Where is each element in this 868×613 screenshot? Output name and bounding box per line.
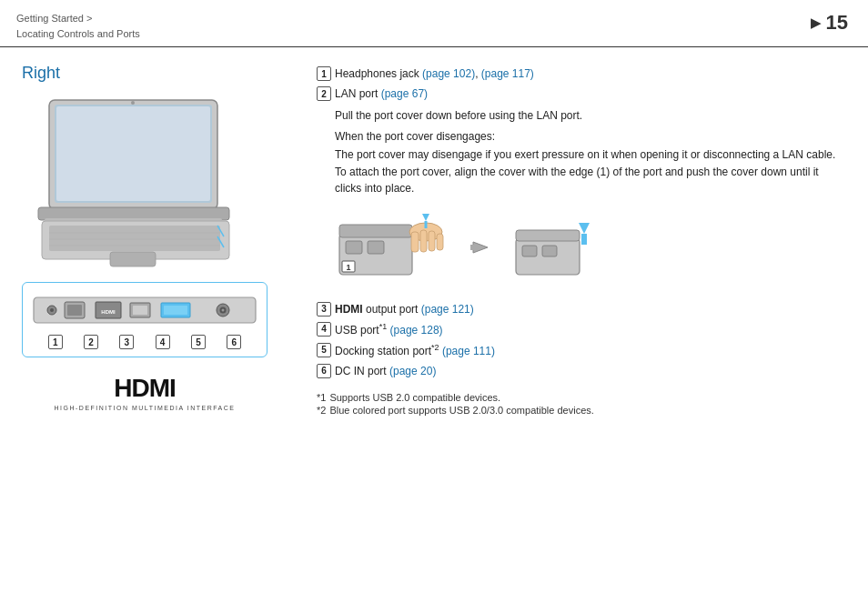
svg-rect-2 <box>56 106 210 201</box>
svg-rect-35 <box>411 232 419 252</box>
item-5-link-1[interactable]: (page 111) <box>442 345 495 357</box>
svg-rect-37 <box>429 231 435 251</box>
item-num-4: 4 <box>317 322 331 337</box>
laptop-svg <box>22 95 267 273</box>
item-3-text: HDMI output port (page 121) <box>335 301 846 317</box>
lan-desc-block: When the port cover disengages: The port… <box>335 128 846 197</box>
item-2-text: LAN port (page 67) <box>335 85 846 102</box>
svg-rect-29 <box>346 241 362 254</box>
svg-rect-24 <box>164 306 187 315</box>
port-label-5: 5 <box>185 334 212 349</box>
svg-marker-39 <box>422 214 429 221</box>
svg-rect-18 <box>67 305 82 316</box>
item-1-link-2[interactable]: (page 117) <box>481 67 534 80</box>
laptop-illustration <box>22 95 267 273</box>
footnote-2-num: *2 <box>317 405 326 416</box>
svg-rect-45 <box>542 246 557 256</box>
arrow-right-icon <box>469 235 495 260</box>
port-labels: 1 2 3 4 5 6 <box>32 334 257 349</box>
svg-rect-42 <box>470 245 477 250</box>
footnote-2-text: Blue colored port supports USB 2.0/3.0 c… <box>329 405 593 416</box>
item-num-6: 6 <box>317 364 331 378</box>
list-item-2: 2 LAN port (page 67) <box>317 85 846 102</box>
svg-text:HDMI: HDMI <box>101 309 116 315</box>
svg-rect-48 <box>581 234 587 245</box>
item-5-text: Docking station port*2 (page 111) <box>335 342 846 359</box>
item-6-text: DC IN port (page 20) <box>335 363 846 379</box>
item-num-3: 3 <box>317 302 331 317</box>
footnote-1-text: Supports USB 2.0 compatible devices. <box>329 392 500 403</box>
footnote-1: *1 Supports USB 2.0 compatible devices. <box>317 392 846 403</box>
item-4-text: USB port*1 (page 128) <box>335 321 846 338</box>
footnotes: *1 Supports USB 2.0 compatible devices. … <box>317 392 846 416</box>
item-list-2: 3 HDMI output port (page 121) 4 USB port… <box>317 301 846 379</box>
port-cover-illustration: 1 <box>335 206 846 288</box>
port-label-4: 4 <box>149 334 177 349</box>
svg-rect-7 <box>49 226 220 251</box>
list-item-5: 5 Docking station port*2 (page 111) <box>317 342 846 359</box>
item-num-1: 1 <box>317 66 331 81</box>
item-1-text: Headphones jack (page 102), (page 117) <box>335 65 846 82</box>
hdmi-logo: HDMI <box>22 374 267 403</box>
item-6-link-1[interactable]: (page 20) <box>389 365 436 377</box>
svg-point-3 <box>131 101 135 105</box>
item-1-link-1[interactable]: (page 102) <box>422 67 475 80</box>
svg-rect-30 <box>368 241 384 254</box>
svg-rect-4 <box>38 207 229 220</box>
page-header: Getting Started > Locating Controls and … <box>0 0 868 47</box>
item-3-link-1[interactable]: (page 121) <box>421 303 474 316</box>
hdmi-sub-text: HIGH-DEFINITION MULTIMEDIA INTERFACE <box>22 405 267 411</box>
port-label-3: 3 <box>113 334 140 349</box>
svg-marker-47 <box>579 223 590 234</box>
right-column: 1 Headphones jack (page 102), (page 117)… <box>317 64 846 417</box>
item-2-link-1[interactable]: (page 67) <box>381 87 428 100</box>
item-4-link-1[interactable]: (page 128) <box>390 324 443 337</box>
breadcrumb: Getting Started > Locating Controls and … <box>16 11 140 41</box>
port-strip: HDMI 1 2 3 4 5 <box>22 282 267 357</box>
item-2-sub: Pull the port cover down before using th… <box>335 107 846 125</box>
page-number-area: ▶ 15 <box>811 11 852 35</box>
footnote-2: *2 Blue colored port supports USB 2.0/3.… <box>317 405 846 416</box>
svg-rect-11 <box>110 252 156 266</box>
list-item-1: 1 Headphones jack (page 102), (page 117) <box>317 65 846 82</box>
svg-rect-46 <box>516 230 580 241</box>
port-label-6: 6 <box>220 334 247 349</box>
list-item-6: 6 DC IN port (page 20) <box>317 363 846 379</box>
list-item-4: 4 USB port*1 (page 128) <box>317 321 846 338</box>
list-item-3: 3 HDMI output port (page 121) <box>317 301 846 317</box>
port-diagram-svg: HDMI <box>32 290 257 330</box>
svg-rect-40 <box>425 221 428 228</box>
item-list: 1 Headphones jack (page 102), (page 117)… <box>317 65 846 102</box>
item-num-2: 2 <box>317 86 331 101</box>
svg-text:1: 1 <box>346 263 350 272</box>
port-label-2: 2 <box>77 334 105 349</box>
svg-rect-36 <box>420 230 427 252</box>
section-title: Right <box>22 64 295 83</box>
svg-rect-22 <box>133 306 147 315</box>
port-cover-svg-left: 1 <box>335 206 453 288</box>
lan-desc-body: The port cover may disengage if you exer… <box>335 146 846 197</box>
svg-rect-31 <box>339 225 412 237</box>
svg-rect-38 <box>437 234 443 250</box>
hdmi-logo-area: HDMI HIGH-DEFINITION MULTIMEDIA INTERFAC… <box>22 374 267 411</box>
left-column: Right <box>22 64 295 417</box>
svg-point-27 <box>222 309 225 312</box>
arrow-icon: ▶ <box>811 15 821 30</box>
item-num-5: 5 <box>317 343 331 357</box>
svg-point-16 <box>50 308 54 312</box>
main-content: Right <box>0 47 868 434</box>
page-number: 15 <box>826 11 848 35</box>
port-cover-svg-right <box>511 206 602 288</box>
lan-desc-heading: When the port cover disengages: <box>335 128 846 146</box>
footnote-1-num: *1 <box>317 392 326 403</box>
svg-rect-44 <box>522 246 537 256</box>
port-strip-inner: HDMI <box>32 290 257 330</box>
port-label-1: 1 <box>42 334 69 349</box>
